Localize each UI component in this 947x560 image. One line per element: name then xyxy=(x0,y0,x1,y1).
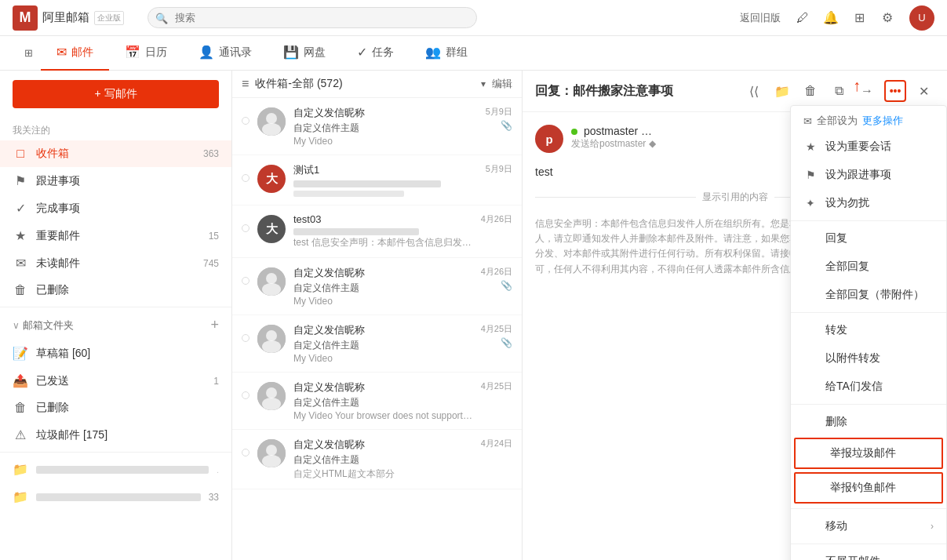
star-icon: ★ xyxy=(803,140,818,153)
sidebar: + 写邮件 我关注的 □ 收件箱 363 ⚑ 跟进事项 ✓ 完成事项 ★ 重要邮… xyxy=(0,71,232,560)
tab-tasks[interactable]: ✓ 任务 xyxy=(341,36,410,71)
dropdown-item-send-to[interactable]: 给TA们发信 xyxy=(791,373,946,401)
sidebar-item-important[interactable]: ★ 重要邮件 15 xyxy=(0,222,231,249)
inbox-icon: □ xyxy=(13,147,28,161)
radio-dot-5[interactable] xyxy=(242,334,249,342)
folder-button[interactable]: 📁 xyxy=(771,80,793,102)
svg-point-1 xyxy=(266,113,277,124)
dropdown-item-delete[interactable]: 删除 xyxy=(791,408,946,436)
email-detail-title: 回复：邮件搬家注意事项 xyxy=(535,83,737,100)
email-content-5: 自定义发信昵称 自定义信件主题 My Video xyxy=(293,323,473,364)
sidebar-item-sent[interactable]: 📤 已发送 1 xyxy=(0,367,231,395)
tab-contacts[interactable]: 👤 通讯录 xyxy=(183,36,268,71)
bell-icon[interactable]: 🔔 xyxy=(821,9,840,27)
tab-contacts-label: 通讯录 xyxy=(219,45,252,60)
email-detail: 回复：邮件搬家注意事项 ⟨⟨ 📁 🗑 ⧉ → ••• ✕ p postmaste… xyxy=(523,71,947,560)
email-item-4[interactable]: 自定义发信昵称 自定义信件主题 My Video 4月26日 📎 xyxy=(232,258,522,315)
email-item-3[interactable]: 大 test03 test 信息安全声明：本邮件包含信息归发件人本... 4月2… xyxy=(232,205,522,258)
title-dropdown-icon[interactable]: ▾ xyxy=(481,78,486,89)
tab-calendar[interactable]: 📅 日历 xyxy=(109,36,183,71)
close-detail-button[interactable]: ✕ xyxy=(912,80,934,102)
email-content-3: test03 test 信息安全声明：本邮件包含信息归发件人本... xyxy=(293,213,473,249)
email-date-7: 4月24日 xyxy=(481,438,512,449)
more-ops-label[interactable]: 更多操作 xyxy=(862,114,903,128)
search-input[interactable] xyxy=(148,7,477,28)
email-item-2[interactable]: 大 测试1 5月9日 xyxy=(232,155,522,205)
svg-point-4 xyxy=(266,273,277,284)
email-item-7[interactable]: 自定义发信昵称 自定义信件主题 自定义HTML超文本部分 4月24日 xyxy=(232,430,522,489)
deleted-label: 已删除 xyxy=(36,401,219,415)
dropdown-item-reply-all-attach[interactable]: 全部回复（带附件） xyxy=(791,281,946,309)
dropdown-item-no-expand[interactable]: 不展开邮件 xyxy=(791,547,946,560)
duplicate-button[interactable]: ⧉ xyxy=(828,80,850,102)
sidebar-item-follow[interactable]: ⚑ 跟进事项 xyxy=(0,167,231,195)
radio-dot-2[interactable] xyxy=(242,174,249,182)
email-content-4: 自定义发信昵称 自定义信件主题 My Video xyxy=(293,266,473,307)
email-content-1: 自定义发信昵称 自定义信件主题 My Video xyxy=(293,106,478,147)
sidebar-item-drafts[interactable]: 📝 草稿箱 [60] xyxy=(0,340,231,367)
tab-drive-label: 网盘 xyxy=(304,45,326,60)
grid-apps-icon[interactable]: ⊞ xyxy=(16,41,41,66)
radio-dot-4[interactable] xyxy=(242,277,249,285)
compose-button[interactable]: + 写邮件 xyxy=(13,80,219,108)
tab-groups[interactable]: 👥 群组 xyxy=(410,36,483,71)
email-items: 自定义发信昵称 自定义信件主题 My Video 5月9日 📎 大 测试1 xyxy=(232,98,522,560)
dropdown-item-forward-attach[interactable]: 以附件转发 xyxy=(791,344,946,373)
pen-icon[interactable]: 🖊 xyxy=(793,9,812,27)
dropdown-item-report-phish[interactable]: 举报钓鱼邮件 xyxy=(794,472,943,504)
radio-dot-6[interactable] xyxy=(242,391,249,399)
reply-all-button[interactable]: ⟨⟨ xyxy=(743,80,765,102)
sidebar-item-unread[interactable]: ✉ 未读邮件 745 xyxy=(0,249,231,277)
sidebar-item-deleted[interactable]: 🗑 已删除 xyxy=(0,395,231,421)
tab-mail[interactable]: ✉ 邮件 xyxy=(41,36,109,71)
settings-icon[interactable]: ⚙ xyxy=(878,9,897,27)
sidebar-item-done[interactable]: ✓ 完成事项 xyxy=(0,195,231,222)
sidebar-item-inbox[interactable]: □ 收件箱 363 xyxy=(0,140,231,167)
dropdown-item-important-convo[interactable]: ★ 设为重要会话 xyxy=(791,133,946,161)
ignore-label: 设为勿扰 xyxy=(825,196,869,210)
dropdown-item-move[interactable]: 移动 › xyxy=(791,512,946,540)
sidebar-item-trash[interactable]: 🗑 已删除 xyxy=(0,277,231,304)
dropdown-item-reply[interactable]: 回复 xyxy=(791,224,946,253)
delete-button[interactable]: 🗑 xyxy=(799,80,821,102)
sidebar-item-cf1[interactable]: 📁 . xyxy=(0,456,231,483)
radio-dot-7[interactable] xyxy=(242,449,249,456)
radio-dot-3[interactable] xyxy=(242,224,249,232)
search-icon: 🔍 xyxy=(155,12,168,24)
dropdown-sep-4 xyxy=(791,508,946,509)
email-item-6[interactable]: 自定义发信昵称 自定义信件主题 My Video Your browser do… xyxy=(232,373,522,430)
email-subject-5: 自定义信件主题 xyxy=(293,339,473,352)
email-item[interactable]: 自定义发信昵称 自定义信件主题 My Video 5月9日 📎 xyxy=(232,98,522,155)
dropdown-item-forward[interactable]: 转发 xyxy=(791,316,946,344)
tab-calendar-label: 日历 xyxy=(145,45,167,60)
report-phish-label: 举报钓鱼邮件 xyxy=(830,481,896,495)
sidebar-item-cf2[interactable]: 📁 33 xyxy=(0,483,231,511)
email-item-5[interactable]: 自定义发信昵称 自定义信件主题 My Video 4月25日 📎 xyxy=(232,315,522,373)
move-arrow: › xyxy=(931,521,934,532)
folder-add-icon[interactable]: + xyxy=(210,317,219,333)
radio-dot[interactable] xyxy=(242,117,249,125)
no-expand-label: 不展开邮件 xyxy=(825,555,880,560)
dropdown-item-follow[interactable]: ⚑ 设为跟进事项 xyxy=(791,161,946,189)
email-list-header: ≡ 收件箱-全部 (572) ▾ 编辑 xyxy=(232,71,522,98)
avatar[interactable]: U xyxy=(909,5,934,31)
follow-item-label: 设为跟进事项 xyxy=(825,168,891,182)
filter-icon[interactable]: ≡ xyxy=(242,77,249,91)
email-sender-7: 自定义发信昵称 xyxy=(293,438,473,452)
sidebar-item-spam[interactable]: ⚠ 垃圾邮件 [175] xyxy=(0,421,231,449)
forward-attach-label: 以附件转发 xyxy=(825,351,880,365)
email-list: ≡ 收件箱-全部 (572) ▾ 编辑 自定义发信昵称 自定义信件主题 My V… xyxy=(232,71,523,560)
grid-icon[interactable]: ⊞ xyxy=(850,9,869,27)
unread-label: 未读邮件 xyxy=(36,256,195,271)
folder-section[interactable]: ∨ 邮箱文件夹 + xyxy=(0,311,231,340)
dropdown-item-ignore[interactable]: ✦ 设为勿扰 xyxy=(791,189,946,217)
email-list-edit[interactable]: 编辑 xyxy=(492,77,512,91)
dropdown-item-report-spam[interactable]: 举报垃圾邮件 xyxy=(794,438,943,469)
tab-drive[interactable]: 💾 网盘 xyxy=(268,36,341,71)
back-to-old-link[interactable]: 返回旧版 xyxy=(740,11,781,25)
dropdown-item-reply-all[interactable]: 全部回复 xyxy=(791,253,946,281)
quote-toggle[interactable]: 显示引用的内容 xyxy=(702,191,768,204)
more-actions-button[interactable]: ••• xyxy=(884,80,906,102)
email-subject-1: 自定义信件主题 xyxy=(293,122,478,135)
email-subject-4: 自定义信件主题 xyxy=(293,282,473,295)
